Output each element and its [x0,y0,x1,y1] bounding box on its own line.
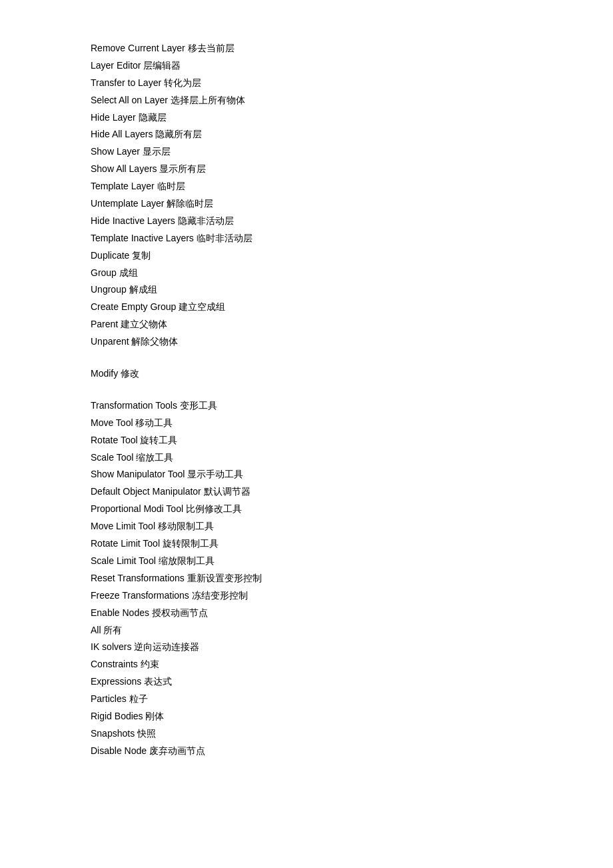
menu-item-proportional-modi-tool[interactable]: Proportional Modi Tool 比例修改工具 [91,501,522,518]
menu-item-particles[interactable]: Particles 粒子 [91,691,522,708]
menu-item-scale-tool[interactable]: Scale Tool 缩放工具 [91,449,522,467]
menu-item-reset-transformations[interactable]: Reset Transformations 重新设置变形控制 [91,570,522,587]
menu-item-template-inactive-layers[interactable]: Template Inactive Layers 临时非活动层 [91,230,522,247]
menu-item-remove-current-layer[interactable]: Remove Current Layer 移去当前层 [91,40,522,57]
menu-item-show-manipulator-tool[interactable]: Show Manipulator Tool 显示手动工具 [91,466,522,483]
menu-item-hide-inactive-layers[interactable]: Hide Inactive Layers 隐藏非活动层 [91,213,522,230]
menu-item-layer-editor[interactable]: Layer Editor 层编辑器 [91,57,522,75]
menu-item-ungroup[interactable]: Ungroup 解成组 [91,281,522,299]
menu-item-group[interactable]: Group 成组 [91,265,522,282]
menu-item-hide-layer[interactable]: Hide Layer 隐藏层 [91,109,522,127]
menu-item-select-all-on-layer[interactable]: Select All on Layer 选择层上所有物体 [91,92,522,109]
menu-section-2-items: Transformation Tools 变形工具 Move Tool 移动工具… [91,397,522,760]
section-gap-1 [91,351,522,365]
menu-item-enable-nodes[interactable]: Enable Nodes 授权动画节点 [91,605,522,622]
menu-item-create-empty-group[interactable]: Create Empty Group 建立空成组 [91,299,522,316]
menu-section-2-header: Modify 修改 [91,365,522,383]
menu-item-expressions[interactable]: Expressions 表达式 [91,673,522,691]
menu-item-unparent[interactable]: Unparent 解除父物体 [91,333,522,351]
menu-section-2: Modify 修改 [91,365,522,383]
menu-item-move-tool[interactable]: Move Tool 移动工具 [91,415,522,432]
menu-item-show-all-layers[interactable]: Show All Layers 显示所有层 [91,161,522,178]
menu-item-constraints[interactable]: Constraints 约束 [91,656,522,673]
menu-item-rigid-bodies[interactable]: Rigid Bodies 刚体 [91,708,522,725]
menu-item-show-layer[interactable]: Show Layer 显示层 [91,143,522,161]
menu-item-move-limit-tool[interactable]: Move Limit Tool 移动限制工具 [91,518,522,535]
menu-item-snapshots[interactable]: Snapshots 快照 [91,725,522,743]
menu-item-default-object-manipulator[interactable]: Default Object Manipulator 默认调节器 [91,483,522,501]
menu-section-1: Remove Current Layer 移去当前层 Layer Editor … [91,40,522,351]
menu-item-ik-solvers[interactable]: IK solvers 逆向运动连接器 [91,639,522,656]
menu-item-all[interactable]: All 所有 [91,622,522,639]
menu-item-template-layer[interactable]: Template Layer 临时层 [91,178,522,195]
menu-item-freeze-transformations[interactable]: Freeze Transformations 冻结变形控制 [91,587,522,605]
menu-item-disable-node[interactable]: Disable Node 废弃动画节点 [91,743,522,760]
menu-item-hide-all-layers[interactable]: Hide All Layers 隐藏所有层 [91,126,522,143]
menu-item-parent[interactable]: Parent 建立父物体 [91,316,522,333]
menu-item-duplicate[interactable]: Duplicate 复制 [91,247,522,265]
menu-item-transfer-to-layer[interactable]: Transfer to Layer 转化为层 [91,75,522,92]
menu-item-untemplate-layer[interactable]: Untemplate Layer 解除临时层 [91,195,522,213]
section-gap-2 [91,383,522,397]
menu-item-rotate-tool[interactable]: Rotate Tool 旋转工具 [91,432,522,449]
menu-item-scale-limit-tool[interactable]: Scale Limit Tool 缩放限制工具 [91,553,522,570]
menu-item-transformation-tools[interactable]: Transformation Tools 变形工具 [91,397,522,415]
menu-item-rotate-limit-tool[interactable]: Rotate Limit Tool 旋转限制工具 [91,535,522,553]
